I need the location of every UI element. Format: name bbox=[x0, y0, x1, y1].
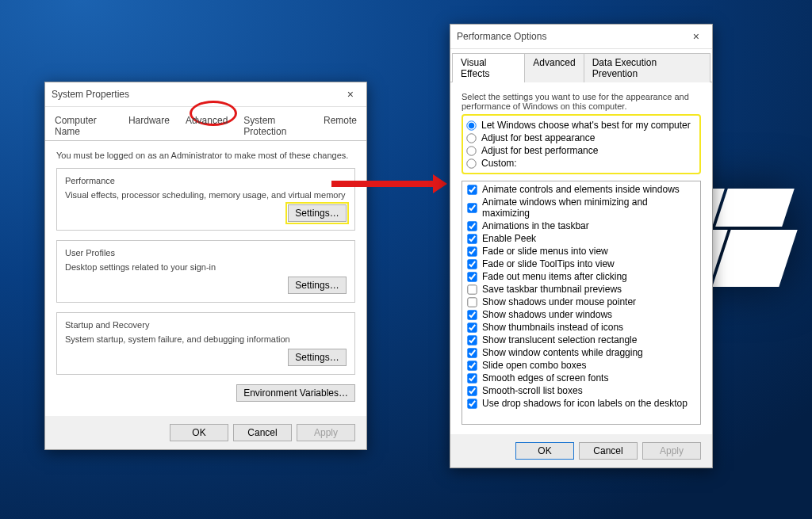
group-title: Startup and Recovery bbox=[62, 320, 152, 330]
user-profiles-settings-button[interactable]: Settings… bbox=[288, 277, 347, 294]
group-desc: Visual effects, processor scheduling, me… bbox=[65, 190, 347, 200]
checkbox-input[interactable] bbox=[467, 272, 477, 281]
check-option[interactable]: Animate windows when minimizing and maxi… bbox=[465, 196, 697, 219]
checkbox-input[interactable] bbox=[467, 386, 477, 395]
check-option[interactable]: Show shadows under mouse pointer bbox=[465, 296, 697, 308]
group-performance: Performance Visual effects, processor sc… bbox=[56, 168, 355, 231]
radio-label: Adjust for best appearance bbox=[481, 132, 595, 143]
checkbox-label: Smooth-scroll list boxes bbox=[482, 385, 583, 396]
radio-label: Custom: bbox=[481, 158, 517, 169]
tab-remote[interactable]: Remote bbox=[316, 111, 365, 141]
group-desc: System startup, system failure, and debu… bbox=[65, 334, 347, 344]
check-option[interactable]: Smooth edges of screen fonts bbox=[465, 372, 697, 384]
admin-note: You must be logged on as an Administrato… bbox=[56, 151, 355, 160]
radio-label: Let Windows choose what's best for my co… bbox=[481, 120, 691, 131]
apply-button[interactable]: Apply bbox=[297, 424, 355, 441]
checkbox-input[interactable] bbox=[467, 203, 477, 212]
checkbox-input[interactable] bbox=[467, 361, 477, 370]
checkbox-input[interactable] bbox=[467, 246, 477, 256]
checkbox-label: Animate windows when minimizing and maxi… bbox=[482, 197, 695, 219]
tab-advanced[interactable]: Advanced bbox=[178, 111, 236, 141]
checkbox-input[interactable] bbox=[467, 322, 477, 332]
checkbox-label: Show thumbnails instead of icons bbox=[482, 322, 623, 333]
tab-visual-effects[interactable]: Visual Effects bbox=[452, 53, 525, 82]
cancel-button[interactable]: Cancel bbox=[233, 424, 292, 441]
check-option[interactable]: Show window contents while dragging bbox=[465, 346, 697, 359]
checkbox-input[interactable] bbox=[467, 221, 477, 231]
checkbox-input[interactable] bbox=[467, 310, 477, 319]
radio-label: Adjust for best performance bbox=[481, 145, 598, 156]
group-desc: Desktop settings related to your sign-in bbox=[65, 262, 347, 272]
group-title: User Profiles bbox=[62, 248, 118, 258]
checkbox-input[interactable] bbox=[467, 348, 477, 357]
checkbox-input[interactable] bbox=[467, 399, 477, 408]
check-option[interactable]: Smooth-scroll list boxes bbox=[465, 384, 697, 397]
checkbox-label: Smooth edges of screen fonts bbox=[482, 372, 608, 384]
environment-variables-button[interactable]: Environment Variables… bbox=[236, 384, 355, 402]
visual-effect-options-list[interactable]: Animate controls and elements inside win… bbox=[462, 181, 701, 425]
cancel-button[interactable]: Cancel bbox=[579, 442, 638, 460]
tab-dep[interactable]: Data Execution Prevention bbox=[584, 53, 710, 82]
ok-button[interactable]: OK bbox=[170, 424, 228, 441]
radio-input[interactable] bbox=[466, 133, 476, 143]
check-option[interactable]: Slide open combo boxes bbox=[465, 359, 697, 372]
radio-option[interactable]: Adjust for best appearance bbox=[465, 132, 698, 144]
checkbox-label: Save taskbar thumbnail previews bbox=[482, 284, 622, 295]
close-icon[interactable]: × bbox=[687, 29, 706, 44]
checkbox-input[interactable] bbox=[467, 284, 477, 294]
check-option[interactable]: Use drop shadows for icon labels on the … bbox=[465, 397, 697, 410]
system-properties-tabs: Computer Name Hardware Advanced System P… bbox=[45, 107, 366, 141]
check-option[interactable]: Show shadows under windows bbox=[465, 308, 697, 321]
checkbox-input[interactable] bbox=[467, 234, 477, 243]
checkbox-input[interactable] bbox=[467, 297, 477, 307]
startup-recovery-settings-button[interactable]: Settings… bbox=[288, 349, 347, 366]
check-option[interactable]: Show translucent selection rectangle bbox=[465, 334, 697, 346]
group-user-profiles: User Profiles Desktop settings related t… bbox=[56, 240, 355, 303]
checkbox-label: Enable Peek bbox=[482, 233, 536, 244]
radio-input[interactable] bbox=[466, 158, 476, 168]
check-option[interactable]: Enable Peek bbox=[465, 232, 697, 245]
system-properties-dialog: System Properties × Computer Name Hardwa… bbox=[44, 82, 367, 450]
check-option[interactable]: Fade or slide ToolTips into view bbox=[465, 258, 697, 270]
ok-button[interactable]: OK bbox=[515, 442, 574, 460]
performance-settings-button[interactable]: Settings… bbox=[288, 204, 347, 222]
annotation-arrow bbox=[331, 181, 442, 187]
radio-option[interactable]: Custom: bbox=[465, 157, 698, 170]
window-title: Performance Options bbox=[457, 31, 546, 42]
checkbox-input[interactable] bbox=[467, 335, 477, 345]
check-option[interactable]: Animate controls and elements inside win… bbox=[465, 183, 697, 196]
radio-input[interactable] bbox=[466, 120, 476, 130]
check-option[interactable]: Save taskbar thumbnail previews bbox=[465, 283, 697, 296]
tab-system-protection[interactable]: System Protection bbox=[236, 111, 316, 141]
check-option[interactable]: Animations in the taskbar bbox=[465, 219, 697, 232]
checkbox-label: Animations in the taskbar bbox=[482, 220, 589, 231]
checkbox-label: Use drop shadows for icon labels on the … bbox=[482, 398, 688, 409]
performance-options-tabs: Visual Effects Advanced Data Execution P… bbox=[450, 49, 712, 82]
tab-hardware[interactable]: Hardware bbox=[121, 111, 178, 141]
radio-option[interactable]: Adjust for best performance bbox=[465, 144, 698, 157]
checkbox-label: Fade or slide menus into view bbox=[482, 246, 608, 257]
radio-input[interactable] bbox=[466, 146, 476, 155]
checkbox-label: Show window contents while dragging bbox=[482, 347, 643, 358]
group-title: Performance bbox=[62, 176, 118, 185]
group-startup-recovery: Startup and Recovery System startup, sys… bbox=[56, 312, 355, 375]
intro-text: Select the settings you want to use for … bbox=[462, 92, 701, 111]
radio-option[interactable]: Let Windows choose what's best for my co… bbox=[465, 119, 698, 132]
checkbox-label: Fade out menu items after clicking bbox=[482, 271, 627, 282]
checkbox-label: Show translucent selection rectangle bbox=[482, 334, 637, 345]
tab-advanced[interactable]: Advanced bbox=[525, 53, 584, 82]
check-option[interactable]: Show thumbnails instead of icons bbox=[465, 321, 697, 334]
checkbox-input[interactable] bbox=[467, 185, 477, 194]
checkbox-input[interactable] bbox=[467, 373, 477, 383]
checkbox-label: Animate controls and elements inside win… bbox=[482, 184, 680, 195]
check-option[interactable]: Fade out menu items after clicking bbox=[465, 270, 697, 283]
checkbox-label: Show shadows under windows bbox=[482, 309, 612, 320]
check-option[interactable]: Fade or slide menus into view bbox=[465, 245, 697, 258]
checkbox-label: Slide open combo boxes bbox=[482, 360, 586, 371]
close-icon[interactable]: × bbox=[341, 86, 360, 102]
tab-computer-name[interactable]: Computer Name bbox=[47, 111, 121, 141]
checkbox-input[interactable] bbox=[467, 259, 477, 269]
apply-button[interactable]: Apply bbox=[642, 442, 701, 460]
performance-options-dialog: Performance Options × Visual Effects Adv… bbox=[450, 24, 713, 468]
checkbox-label: Show shadows under mouse pointer bbox=[482, 296, 636, 307]
